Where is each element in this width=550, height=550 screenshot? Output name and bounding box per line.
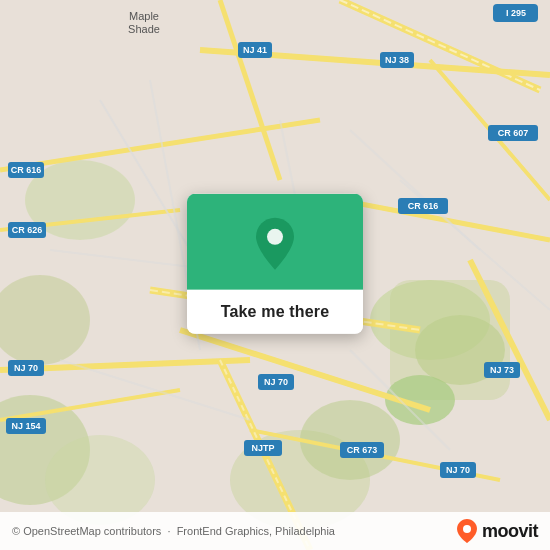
svg-text:CR 616: CR 616: [11, 165, 42, 175]
svg-point-69: [463, 525, 471, 533]
brand-label: FrontEnd Graphics, Philadelphia: [177, 525, 335, 537]
svg-text:Shade: Shade: [128, 23, 160, 35]
svg-text:NJ 70: NJ 70: [264, 377, 288, 387]
popup-header: [187, 194, 363, 290]
svg-text:NJ 41: NJ 41: [243, 45, 267, 55]
attribution-text: © OpenStreetMap contributors · FrontEnd …: [12, 525, 335, 537]
svg-text:NJ 73: NJ 73: [490, 365, 514, 375]
svg-text:CR 673: CR 673: [347, 445, 378, 455]
map-container: I 295 NJ 38 NJ 41 CR 616 CR 626 CR 607 C…: [0, 0, 550, 550]
moovit-brand-text: moovit: [482, 521, 538, 542]
moovit-logo: moovit: [456, 518, 538, 544]
svg-text:NJTP: NJTP: [251, 443, 274, 453]
svg-point-68: [267, 229, 283, 245]
svg-text:CR 607: CR 607: [498, 128, 529, 138]
location-pin-icon: [251, 216, 299, 272]
svg-text:I 295: I 295: [506, 8, 526, 18]
svg-text:CR 616: CR 616: [408, 201, 439, 211]
bottom-bar: © OpenStreetMap contributors · FrontEnd …: [0, 512, 550, 550]
svg-text:NJ 154: NJ 154: [11, 421, 40, 431]
svg-point-9: [300, 400, 400, 480]
svg-text:CR 626: CR 626: [12, 225, 43, 235]
location-popup: Take me there: [187, 194, 363, 334]
svg-text:Maple: Maple: [129, 10, 159, 22]
svg-text:NJ 38: NJ 38: [385, 55, 409, 65]
osm-copyright: © OpenStreetMap contributors: [12, 525, 161, 537]
take-me-there-button[interactable]: Take me there: [187, 290, 363, 334]
svg-text:NJ 70: NJ 70: [14, 363, 38, 373]
svg-text:NJ 70: NJ 70: [446, 465, 470, 475]
moovit-pin-icon: [456, 518, 478, 544]
